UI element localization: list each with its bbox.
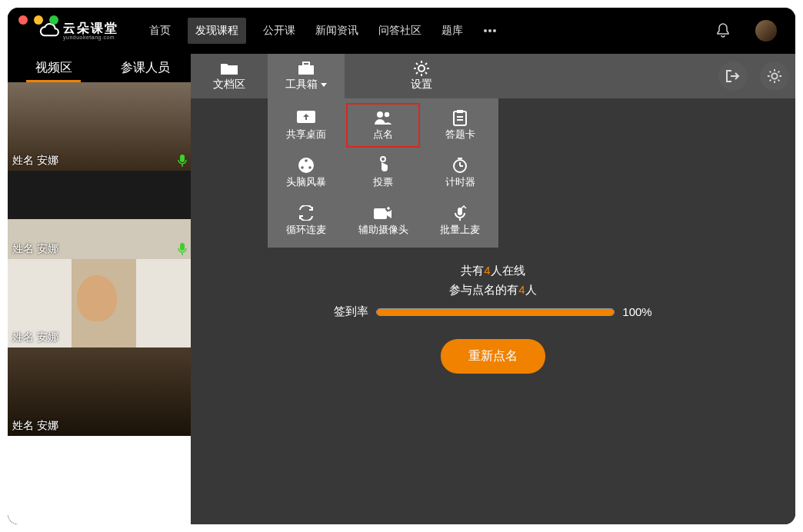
tab-participants[interactable]: 参课人员: [99, 54, 191, 82]
svg-point-7: [418, 65, 425, 71]
video-tile[interactable]: 姓名 安娜: [8, 171, 191, 259]
sidebar: 视频区 参课人员 姓名 安娜 姓名 安娜 姓名 安娜 姓名 安娜: [8, 54, 191, 524]
menu-batch-mic[interactable]: 批量上麦: [421, 197, 498, 244]
tool-label: 工具箱: [285, 78, 327, 91]
mic-up-icon: [450, 204, 470, 221]
nav-more[interactable]: [480, 24, 500, 38]
menu-aux-camera[interactable]: 辅助摄像头: [345, 197, 421, 244]
svg-line-22: [778, 80, 780, 81]
attendance-progress: [376, 308, 615, 316]
svg-line-21: [770, 71, 771, 73]
menu-vote[interactable]: 投票: [345, 149, 421, 197]
toolbox-dropdown: 共享桌面 点名 答题卡 头脑风暴 投票: [268, 98, 498, 248]
nav-discover[interactable]: 发现课程: [188, 18, 246, 44]
folder-icon: [220, 61, 238, 76]
exit-button[interactable]: [718, 62, 748, 91]
svg-rect-6: [303, 62, 309, 65]
tool-label: 文档区: [213, 78, 245, 91]
tool-document-area[interactable]: 文档区: [191, 54, 268, 98]
svg-rect-45: [458, 208, 462, 215]
logo-text-cn: 云朵课堂: [63, 22, 118, 35]
menu-label: 批量上麦: [440, 223, 480, 237]
chevron-down-icon: [321, 83, 327, 87]
participant-name: 姓名 安娜: [12, 242, 58, 256]
gear-icon: [767, 68, 782, 84]
participant-name: 姓名 安娜: [12, 154, 58, 168]
close-dot[interactable]: [18, 15, 28, 25]
menu-cycle-mic[interactable]: 循环连麦: [268, 197, 345, 244]
menu-label: 投票: [373, 175, 393, 189]
logo-text-en: yunduoketang.com: [63, 35, 118, 40]
cycle-icon: [296, 204, 316, 221]
window-traffic-lights: [18, 15, 58, 25]
hand-tap-icon: [373, 157, 393, 174]
nav-news[interactable]: 新闻资讯: [312, 19, 362, 42]
svg-point-1: [488, 29, 491, 32]
video-tile-empty: [8, 436, 191, 524]
rate-value: 100%: [622, 305, 651, 318]
menu-label: 头脑风暴: [286, 175, 326, 189]
menu-roll-call[interactable]: 点名: [345, 101, 421, 149]
exit-icon: [725, 69, 741, 83]
menu-share-desktop[interactable]: 共享桌面: [268, 101, 345, 149]
svg-rect-29: [457, 110, 463, 113]
svg-point-16: [771, 73, 777, 78]
svg-point-26: [377, 111, 383, 118]
clipboard-icon: [450, 109, 470, 126]
film-reel-icon: [296, 157, 316, 174]
nav-qa[interactable]: 问答社区: [375, 19, 425, 42]
menu-answer-card[interactable]: 答题卡: [421, 101, 498, 149]
rate-label: 签到率: [334, 304, 368, 319]
settings-button[interactable]: [760, 62, 789, 91]
svg-rect-28: [454, 111, 466, 125]
svg-rect-3: [180, 155, 185, 162]
attendance-rate-row: 签到率 100%: [334, 304, 651, 319]
svg-line-13: [425, 72, 427, 74]
svg-line-12: [416, 63, 418, 65]
svg-point-0: [484, 29, 487, 32]
svg-point-36: [381, 157, 385, 161]
nav-bank[interactable]: 题库: [438, 19, 466, 42]
gear-icon: [412, 61, 431, 76]
menu-label: 共享桌面: [286, 128, 326, 141]
mic-icon: [177, 242, 188, 256]
menu-label: 答题卡: [445, 128, 475, 141]
menu-label: 辅助摄像头: [358, 223, 408, 237]
svg-point-27: [385, 112, 389, 117]
tool-label: 设置: [411, 78, 432, 91]
svg-rect-41: [374, 208, 387, 219]
menu-label: 点名: [373, 128, 393, 141]
online-line: 共有4人在线: [461, 264, 525, 278]
svg-rect-5: [298, 65, 314, 75]
svg-point-34: [301, 166, 304, 169]
redo-rollcall-button[interactable]: 重新点名: [441, 339, 545, 374]
nav-open-class[interactable]: 公开课: [260, 19, 298, 42]
clock-icon: [450, 157, 470, 174]
svg-rect-4: [180, 243, 185, 251]
svg-point-33: [305, 159, 308, 162]
tool-toolbox[interactable]: 工具箱: [268, 54, 345, 98]
bell-icon: [715, 22, 731, 39]
tool-settings[interactable]: 设置: [383, 54, 460, 98]
video-tile[interactable]: 姓名 安娜: [8, 259, 191, 347]
video-tile[interactable]: 姓名 安娜: [8, 82, 191, 171]
content-toolbar: 文档区 工具箱 设置: [191, 54, 795, 98]
menu-label: 计时器: [445, 175, 475, 189]
minimize-dot[interactable]: [34, 15, 43, 25]
tab-video-area[interactable]: 视频区: [8, 54, 99, 82]
share-screen-icon: [296, 109, 316, 126]
participant-name: 姓名 安娜: [12, 419, 58, 433]
participant-name: 姓名 安娜: [12, 331, 58, 344]
maximize-dot[interactable]: [49, 15, 58, 25]
svg-point-2: [493, 29, 496, 32]
camera-plus-icon: [373, 204, 393, 221]
menu-brainstorm[interactable]: 头脑风暴: [268, 149, 345, 197]
notifications-button[interactable]: [715, 22, 731, 39]
video-tile[interactable]: 姓名 安娜: [8, 347, 191, 436]
nav-home[interactable]: 首页: [146, 19, 174, 42]
top-nav: 云朵课堂 yunduoketang.com 首页 发现课程 公开课 新闻资讯 问…: [8, 8, 795, 54]
menu-timer[interactable]: 计时器: [421, 149, 498, 197]
svg-line-24: [778, 71, 780, 73]
user-avatar[interactable]: [755, 20, 777, 42]
more-icon: [483, 28, 497, 33]
